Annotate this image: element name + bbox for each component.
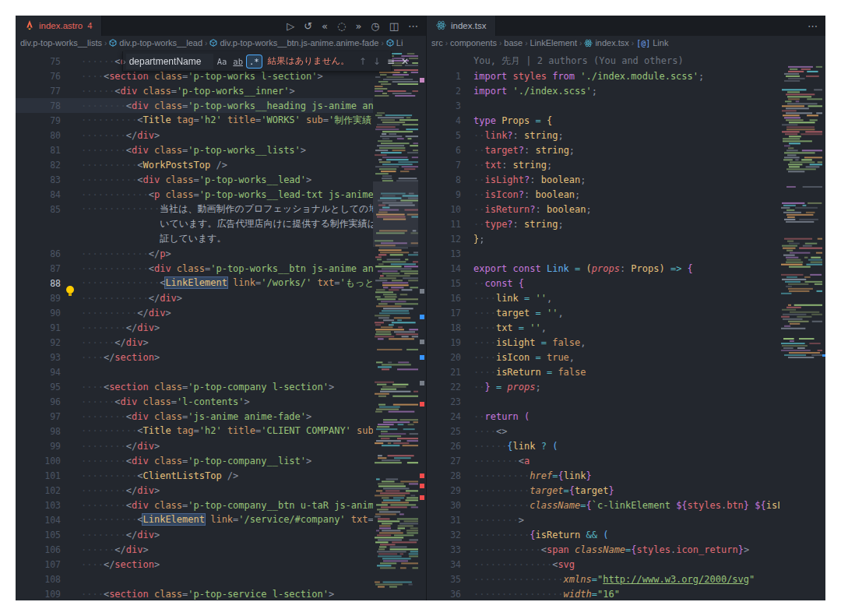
vscode-workbench: index.astro 4 ▷↺«◌»◷◫⋯ div.p-top-works__…	[16, 16, 825, 600]
breadcrumb-item[interactable]: src	[431, 38, 443, 48]
line-number: 87	[16, 263, 61, 274]
code-line: 29··········target={target}	[427, 483, 825, 498]
prev-change-icon[interactable]: «	[318, 19, 331, 33]
line-number: 8	[427, 174, 461, 185]
code-text: ··········href={link}	[473, 470, 825, 481]
editor-left[interactable]: 75······<div c76····<section class='p-to…	[16, 50, 426, 600]
line-number: 30	[427, 500, 461, 511]
line-number: 97	[16, 411, 61, 422]
regex-toggle[interactable]: .*	[247, 55, 262, 68]
breadcrumb-item[interactable]: div.p-top-works__lead	[109, 38, 202, 48]
code-text: ··········{isReturn && (	[473, 530, 825, 540]
astro-logo-icon	[25, 20, 34, 32]
breadcrumb-item[interactable]: index.tsx	[584, 38, 628, 48]
code-line: 86············</p>	[16, 246, 426, 261]
breadcrumb-item[interactable]: components	[450, 38, 497, 48]
code-line: 83··········<div class='p-top-works__lea…	[16, 172, 426, 187]
find-in-selection-button[interactable]: ≡	[384, 55, 398, 68]
line-number: 13	[427, 248, 461, 259]
code-line: 13	[427, 246, 825, 261]
line-number: 104	[16, 515, 61, 526]
code-line: 101··········<ClientListsTop />	[16, 468, 426, 483]
overview-ruler-mark	[420, 402, 424, 407]
breadcrumb-separator: ›	[381, 39, 383, 48]
code-line: 106······</div>	[16, 542, 426, 557]
line-number: 91	[16, 322, 61, 333]
file-history-icon[interactable]: ◷	[368, 19, 382, 33]
line-number: 107	[16, 559, 61, 570]
breadcrumb-separator: ›	[104, 39, 107, 48]
code-line: 91········</div>	[16, 320, 426, 335]
code-line: 26······{link ? (	[427, 438, 825, 453]
code-text: ····txt = '',	[473, 322, 825, 333]
code-line: 24··return (	[427, 409, 825, 424]
code-line: 23	[427, 394, 825, 409]
code-rows-left: 75······<div c76····<section class='p-to…	[16, 54, 426, 600]
timeline-icon[interactable]: ↺	[301, 19, 315, 33]
breadcrumb-item[interactable]: [@]Link	[636, 38, 668, 48]
match-case-toggle[interactable]: Aa	[215, 55, 230, 68]
find-previous-button[interactable]: ↑	[356, 55, 370, 68]
breadcrumb-item[interactable]: div.p-top-works__lists	[20, 38, 102, 48]
code-text: ····isLight = false,	[473, 337, 825, 348]
split-editor-icon[interactable]: ◫	[386, 19, 402, 33]
code-text: ····isIcon = true,	[473, 352, 825, 363]
symbol-variable-icon: [@]	[636, 38, 650, 48]
line-number: 36	[427, 589, 461, 600]
open-changes-icon[interactable]: ◌	[334, 19, 349, 33]
code-line: 105········</div>	[16, 527, 426, 542]
find-next-button[interactable]: ↓	[370, 55, 384, 68]
find-close-button[interactable]: ✕	[398, 55, 412, 68]
breadcrumb-item[interactable]: Li	[386, 38, 403, 48]
line-number: 1	[427, 71, 461, 82]
code-line: 102········</div>	[16, 483, 426, 498]
more-actions-icon[interactable]: ⋯	[405, 19, 421, 33]
overview-ruler-mark	[420, 381, 424, 385]
line-number: 3	[427, 100, 461, 111]
code-text: ··} = props;	[473, 382, 825, 392]
code-line: 80········</div>	[16, 128, 426, 143]
overview-ruler-left[interactable]	[418, 50, 426, 600]
code-line: 17····target = '',	[427, 305, 825, 320]
tab-index-astro[interactable]: index.astro 4	[16, 16, 102, 36]
line-number: 95	[16, 382, 61, 392]
line-number: 7	[427, 160, 461, 171]
line-number: 106	[16, 544, 61, 555]
run-button[interactable]: ▷	[283, 19, 297, 33]
code-line: 2import './index.scss';	[427, 83, 825, 98]
code-text: ··········target={target}	[473, 485, 825, 496]
breadcrumb-item[interactable]: div.p-top-works__btn.js-anime.anime-fade	[209, 38, 378, 48]
tab-index-tsx[interactable]: index.tsx	[427, 16, 496, 36]
line-number: 10	[427, 204, 461, 215]
minimap-left[interactable]	[373, 50, 418, 600]
overview-ruler-mark	[420, 355, 424, 360]
code-text: import styles from './index.module.scss'…	[473, 71, 825, 82]
minimap-slider[interactable]	[373, 181, 418, 247]
editor-right[interactable]: You, 先月 | 2 authors (You and others)1imp…	[427, 50, 825, 600]
line-number: 109	[16, 589, 61, 600]
code-text: ··········className={`c-linkElement ${st…	[473, 500, 825, 511]
code-line: 33············<span className={styles.ic…	[427, 542, 825, 557]
code-text: ····isReturn = false	[473, 367, 825, 378]
code-text: You, 先月 | 2 authors (You and others)	[473, 55, 825, 68]
overview-ruler-right[interactable]	[822, 50, 825, 600]
line-number: 15	[427, 278, 461, 289]
whole-word-toggle[interactable]: ab	[230, 55, 245, 68]
code-line: 4type Props = {	[427, 113, 825, 128]
code-text: ····target = '',	[473, 308, 825, 319]
breadcrumb-item[interactable]: base	[504, 38, 523, 48]
line-number: 26	[427, 441, 461, 452]
line-number: 4	[427, 115, 461, 126]
overview-ruler-mark	[822, 354, 825, 357]
code-line: 25····<>	[427, 424, 825, 438]
minimap-right[interactable]	[779, 50, 822, 600]
find-input[interactable]	[126, 54, 213, 69]
code-line: 15··const {	[427, 276, 825, 290]
code-line: 85··············当社は、動画制作のプロフェッショナルとしての地位	[16, 202, 426, 216]
line-number: 77	[16, 86, 61, 97]
breadcrumb-item[interactable]: LinkElement	[530, 38, 578, 48]
more-actions-icon[interactable]: ⋯	[804, 19, 821, 33]
next-change-icon[interactable]: »	[352, 19, 364, 33]
code-line: 104··········<LinkElement link='/service…	[16, 512, 426, 527]
code-text: export const Link = (props: Props) => {	[473, 263, 825, 274]
